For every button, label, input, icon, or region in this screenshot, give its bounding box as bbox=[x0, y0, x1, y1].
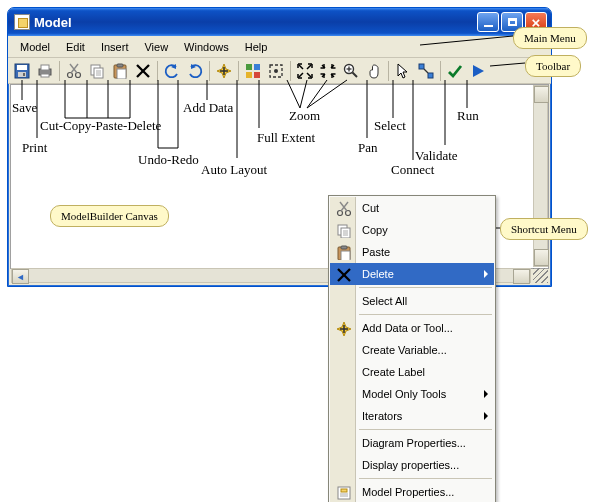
context-menu-item[interactable]: Iterators bbox=[330, 405, 494, 427]
model-properties-icon bbox=[335, 484, 351, 500]
context-menu-item-label: Model Properties... bbox=[362, 486, 454, 498]
menu-bar: Model Edit Insert View Windows Help bbox=[8, 36, 551, 58]
context-menu-item[interactable]: Model Only Tools bbox=[330, 383, 494, 405]
print-button[interactable] bbox=[34, 60, 56, 82]
separator bbox=[59, 61, 60, 81]
copy-icon bbox=[335, 222, 351, 238]
redo-button[interactable] bbox=[184, 60, 206, 82]
zoom-in-button[interactable] bbox=[340, 60, 362, 82]
print-icon bbox=[37, 63, 53, 79]
context-menu-item-label: Select All bbox=[362, 295, 407, 307]
anno-adddata: Add Data bbox=[183, 100, 233, 116]
anno-zoom: Zoom bbox=[289, 108, 320, 124]
context-menu-item[interactable]: Create Variable... bbox=[330, 339, 494, 361]
copy-button[interactable] bbox=[86, 60, 108, 82]
context-menu-item[interactable]: Add Data or Tool... bbox=[330, 317, 494, 339]
select-button[interactable] bbox=[392, 60, 414, 82]
zoom-out-fixed-button[interactable] bbox=[317, 60, 339, 82]
run-icon bbox=[470, 63, 486, 79]
zoom-in-fixed-button[interactable] bbox=[294, 60, 316, 82]
pan-button[interactable] bbox=[363, 60, 385, 82]
context-menu-item-label: Create Variable... bbox=[362, 344, 447, 356]
context-menu-separator bbox=[359, 429, 492, 430]
validate-button[interactable] bbox=[444, 60, 466, 82]
context-menu-item[interactable]: Diagram Properties... bbox=[330, 432, 494, 454]
auto-layout-icon bbox=[245, 63, 261, 79]
submenu-arrow-icon bbox=[484, 270, 488, 278]
menu-help[interactable]: Help bbox=[237, 38, 276, 56]
delete-icon bbox=[135, 63, 151, 79]
context-menu-item[interactable]: Select All bbox=[330, 290, 494, 312]
add-data-button[interactable] bbox=[213, 60, 235, 82]
anno-print: Print bbox=[22, 140, 47, 156]
toolbar-tag-text: Toolbar bbox=[536, 60, 570, 72]
pan-icon bbox=[366, 63, 382, 79]
resize-grip[interactable] bbox=[533, 268, 548, 283]
toolbar-tag: Toolbar bbox=[525, 55, 581, 77]
canvas-label-text: ModelBuilder Canvas bbox=[61, 210, 158, 222]
title-bar[interactable]: Model × bbox=[8, 8, 551, 36]
context-menu-separator bbox=[359, 478, 492, 479]
menu-view[interactable]: View bbox=[136, 38, 176, 56]
menu-model[interactable]: Model bbox=[12, 38, 58, 56]
zoom-in-icon bbox=[343, 63, 359, 79]
context-menu-separator bbox=[359, 314, 492, 315]
context-menu-item-label: Create Label bbox=[362, 366, 425, 378]
context-menu-item[interactable]: Delete bbox=[330, 263, 494, 285]
undo-button[interactable] bbox=[161, 60, 183, 82]
context-menu-item-label: Paste bbox=[362, 246, 390, 258]
context-menu-item-label: Diagram Properties... bbox=[362, 437, 466, 449]
context-menu-item-label: Cut bbox=[362, 202, 379, 214]
context-menu-item[interactable]: Paste bbox=[330, 241, 494, 263]
separator bbox=[238, 61, 239, 81]
paste-button[interactable] bbox=[109, 60, 131, 82]
menu-insert[interactable]: Insert bbox=[93, 38, 137, 56]
context-menu-item-label: Display properties... bbox=[362, 459, 459, 471]
context-menu-item[interactable]: Create Label bbox=[330, 361, 494, 383]
shortcut-menu-tag: Shortcut Menu bbox=[500, 218, 588, 240]
add-data-icon bbox=[335, 320, 351, 336]
anno-autolayout: Auto Layout bbox=[201, 162, 267, 178]
anno-fullextent: Full Extent bbox=[257, 130, 315, 146]
separator bbox=[157, 61, 158, 81]
delete-button[interactable] bbox=[132, 60, 154, 82]
main-menu-tag: Main Menu bbox=[513, 27, 587, 49]
app-icon bbox=[14, 14, 30, 30]
context-menu-item[interactable]: Model Properties... bbox=[330, 481, 494, 502]
anno-validate: Validate bbox=[415, 148, 458, 164]
context-menu-item-label: Add Data or Tool... bbox=[362, 322, 453, 334]
menu-edit[interactable]: Edit bbox=[58, 38, 93, 56]
context-menu-item[interactable]: Display properties... bbox=[330, 454, 494, 476]
anno-pan: Pan bbox=[358, 140, 378, 156]
anno-select: Select bbox=[374, 118, 406, 134]
cut-icon bbox=[335, 200, 351, 216]
delete-icon bbox=[335, 266, 351, 282]
paste-icon bbox=[112, 63, 128, 79]
cut-button[interactable] bbox=[63, 60, 85, 82]
auto-layout-button[interactable] bbox=[242, 60, 264, 82]
context-menu-separator bbox=[359, 287, 492, 288]
save-button[interactable] bbox=[11, 60, 33, 82]
shortcut-menu-tag-text: Shortcut Menu bbox=[511, 223, 577, 235]
context-menu: CutCopyPasteDeleteSelect AllAdd Data or … bbox=[328, 195, 496, 502]
select-icon bbox=[395, 63, 411, 79]
canvas-label-tag: ModelBuilder Canvas bbox=[50, 205, 169, 227]
run-button[interactable] bbox=[467, 60, 489, 82]
context-menu-item[interactable]: Copy bbox=[330, 219, 494, 241]
connect-icon bbox=[418, 63, 434, 79]
context-menu-item[interactable]: Cut bbox=[330, 197, 494, 219]
paste-icon bbox=[335, 244, 351, 260]
full-extent-icon bbox=[268, 63, 284, 79]
menu-windows[interactable]: Windows bbox=[176, 38, 237, 56]
copy-icon bbox=[89, 63, 105, 79]
connect-button[interactable] bbox=[415, 60, 437, 82]
minimize-button[interactable] bbox=[477, 12, 499, 32]
anno-save: Save bbox=[12, 100, 37, 116]
zoom-out-fixed-icon bbox=[320, 63, 336, 79]
context-menu-item-label: Delete bbox=[362, 268, 394, 280]
separator bbox=[209, 61, 210, 81]
context-menu-item-label: Model Only Tools bbox=[362, 388, 446, 400]
full-extent-button[interactable] bbox=[265, 60, 287, 82]
anno-run: Run bbox=[457, 108, 479, 124]
separator bbox=[290, 61, 291, 81]
